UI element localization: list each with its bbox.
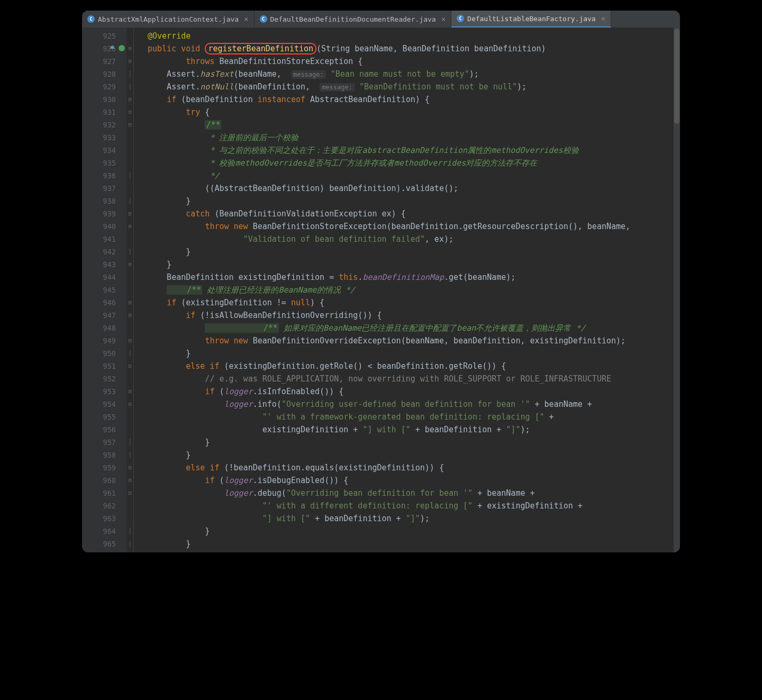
tab-1[interactable]: C DefaultBeanDefinitionDocumentReader.ja… xyxy=(255,11,452,28)
close-icon[interactable]: × xyxy=(601,14,605,23)
editor-area[interactable]: 9259269279289299309319329339349359369379… xyxy=(82,28,680,552)
scroll-thumb[interactable] xyxy=(674,29,679,124)
tab-label: DefaultListableBeanFactory.java xyxy=(467,15,596,23)
line-number-gutter: 9259269279289299309319329339349359369379… xyxy=(82,28,126,552)
code-content[interactable]: @Overridepublic void registerBeanDefinit… xyxy=(134,28,680,552)
tab-label: DefaultBeanDefinitionDocumentReader.java xyxy=(270,15,436,23)
editor-window: C AbstractXmlApplicationContext.java × C… xyxy=(82,11,680,552)
close-icon[interactable]: × xyxy=(441,15,446,23)
class-icon: C xyxy=(457,15,464,22)
fold-column: ⊟⊟││⊟⊟⊟││⊟⊟│⊟⊟⊟⊟│⊟⊟⊟││⊟⊟⊟││ xyxy=(126,28,134,552)
tab-label: AbstractXmlApplicationContext.java xyxy=(98,15,239,23)
class-icon: C xyxy=(87,15,95,23)
tab-0[interactable]: C AbstractXmlApplicationContext.java × xyxy=(82,11,255,28)
scrollbar[interactable] xyxy=(674,28,680,552)
tab-2[interactable]: C DefaultListableBeanFactory.java × xyxy=(451,11,611,28)
close-icon[interactable]: × xyxy=(244,15,248,23)
tab-bar: C AbstractXmlApplicationContext.java × C… xyxy=(82,11,680,28)
class-icon: C xyxy=(260,15,267,23)
